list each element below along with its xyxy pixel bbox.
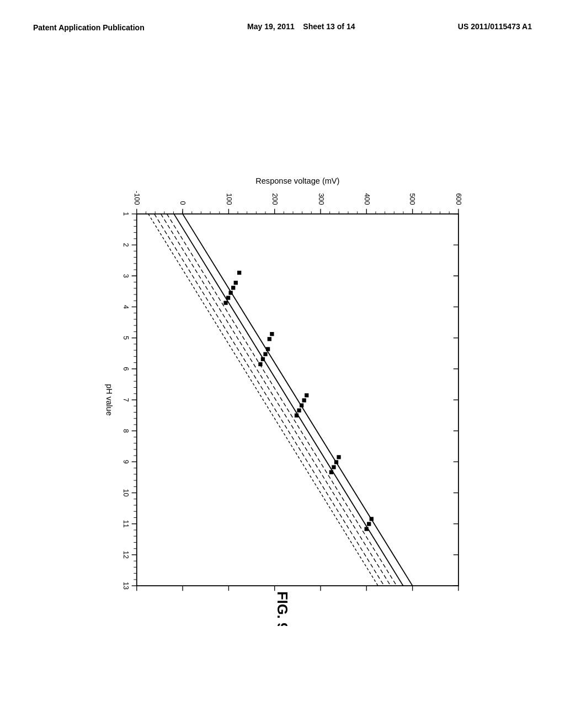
svg-text:4: 4 bbox=[122, 305, 130, 309]
data-point bbox=[258, 362, 262, 366]
data-point bbox=[295, 414, 299, 417]
x-axis-ticks bbox=[132, 214, 137, 586]
svg-text:12: 12 bbox=[122, 551, 130, 559]
svg-text:1: 1 bbox=[122, 212, 130, 216]
patent-app-pub-text: Patent Application Publication bbox=[33, 23, 145, 32]
svg-text:300: 300 bbox=[317, 193, 326, 205]
svg-text:11: 11 bbox=[122, 520, 130, 528]
x-axis-labels: 1 2 3 4 5 6 7 8 9 10 11 12 13 bbox=[122, 212, 130, 590]
data-line-4 bbox=[161, 214, 391, 586]
svg-text:200: 200 bbox=[271, 193, 279, 205]
svg-text:100: 100 bbox=[225, 193, 233, 205]
data-point bbox=[329, 470, 333, 474]
publication-label: Patent Application Publication bbox=[33, 22, 145, 34]
y-axis-labels: -100 0 100 200 300 400 500 600 bbox=[133, 191, 463, 205]
data-point bbox=[297, 408, 301, 412]
svg-text:13: 13 bbox=[122, 582, 130, 590]
svg-text:-100: -100 bbox=[133, 191, 141, 205]
data-point bbox=[332, 465, 335, 469]
y-axis-label: Response voltage (mV) bbox=[255, 176, 339, 185]
date-text: May 19, 2011 bbox=[247, 22, 295, 31]
data-point bbox=[237, 271, 241, 275]
data-line-6 bbox=[148, 214, 378, 586]
data-point bbox=[300, 403, 303, 407]
data-point bbox=[305, 393, 308, 397]
data-point bbox=[229, 291, 233, 295]
data-point bbox=[261, 357, 265, 361]
data-point bbox=[223, 301, 227, 305]
data-point bbox=[365, 527, 369, 531]
svg-text:10: 10 bbox=[122, 489, 130, 496]
data-point bbox=[337, 455, 340, 459]
data-point bbox=[234, 281, 238, 285]
svg-text:0: 0 bbox=[179, 201, 187, 205]
svg-text:2: 2 bbox=[122, 243, 130, 247]
data-point bbox=[270, 332, 274, 336]
data-point bbox=[266, 347, 270, 351]
data-point bbox=[231, 286, 235, 290]
data-line-3 bbox=[167, 214, 396, 586]
data-point bbox=[367, 522, 371, 526]
svg-text:5: 5 bbox=[122, 336, 130, 340]
data-line-1 bbox=[183, 214, 413, 586]
header-center: May 19, 2011 Sheet 13 of 14 bbox=[247, 22, 355, 31]
header: Patent Application Publication May 19, 2… bbox=[33, 22, 532, 34]
data-line-5 bbox=[154, 214, 384, 586]
x-axis-label: pH value bbox=[105, 384, 114, 415]
svg-text:400: 400 bbox=[363, 193, 371, 205]
svg-text:500: 500 bbox=[408, 193, 417, 205]
data-line-2 bbox=[174, 214, 403, 586]
patent-number-text: US 2011/0115473 A1 bbox=[458, 22, 532, 31]
patent-number: US 2011/0115473 A1 bbox=[458, 22, 532, 31]
figure-label: FIG. 9 bbox=[275, 591, 290, 626]
svg-text:600: 600 bbox=[455, 193, 463, 205]
data-point bbox=[226, 296, 230, 299]
page: Patent Application Publication May 19, 2… bbox=[0, 0, 565, 728]
svg-text:9: 9 bbox=[122, 460, 130, 464]
y-axis-ticks-right bbox=[137, 586, 459, 591]
data-point bbox=[302, 398, 306, 402]
chart-wrapper: 1 2 3 4 5 6 7 8 9 10 11 12 13 -100 bbox=[56, 116, 509, 640]
data-point bbox=[334, 460, 338, 464]
figure-container: 1 2 3 4 5 6 7 8 9 10 11 12 13 -100 bbox=[33, 83, 532, 673]
data-point bbox=[370, 517, 374, 521]
svg-text:3: 3 bbox=[122, 274, 130, 278]
svg-text:7: 7 bbox=[122, 398, 130, 402]
x-axis-ticks-top bbox=[454, 214, 459, 586]
svg-text:8: 8 bbox=[122, 429, 130, 433]
y-axis-ticks bbox=[137, 209, 459, 214]
data-point bbox=[268, 337, 271, 341]
svg-text:6: 6 bbox=[122, 367, 130, 371]
sheet-text: Sheet 13 of 14 bbox=[303, 22, 355, 31]
chart-svg: 1 2 3 4 5 6 7 8 9 10 11 12 13 -100 bbox=[67, 174, 498, 626]
data-point bbox=[263, 352, 267, 356]
